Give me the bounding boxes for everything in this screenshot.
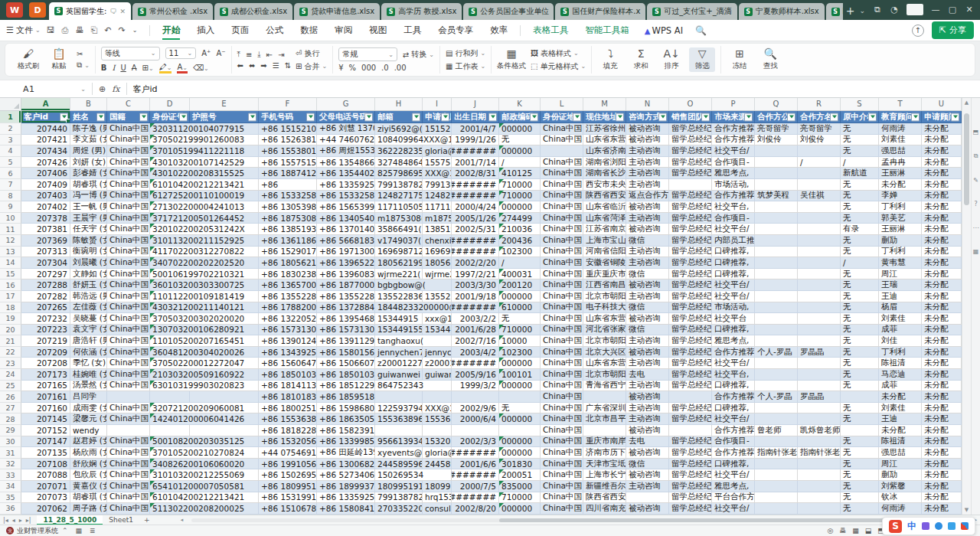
cell-P35[interactable]: 平台合作方 (712, 492, 755, 504)
cell-J26[interactable] (452, 391, 499, 403)
cell-H10[interactable]: m1875308( (375, 213, 423, 224)
file-tab-7[interactable]: S可过_支付宝+_滴滴 (647, 3, 737, 20)
cell-B30[interactable]: 赵君婷 (女 (70, 436, 107, 448)
cell-B23[interactable]: 季忆 (女) (70, 358, 107, 369)
cell-M31[interactable]: 济南市历下 (583, 447, 626, 459)
row-number-14[interactable]: 14 (0, 257, 21, 269)
cell-B27[interactable]: 成雨雯 (女 (70, 403, 107, 414)
cell-T25[interactable]: 成菲 (879, 381, 922, 392)
cell-O21[interactable]: 留学总经纪 (669, 335, 712, 347)
cell-A23[interactable]: 207208 (21, 358, 70, 369)
header-cell-T[interactable]: 教育顾问 (879, 111, 922, 123)
column-letter-B[interactable]: B (70, 98, 107, 110)
cell-S13[interactable]: 无 (841, 247, 879, 258)
cell-R21[interactable] (798, 335, 841, 347)
cell-H18[interactable]: 18448233200000@qq( (375, 302, 452, 314)
ime-mic-icon[interactable] (935, 522, 942, 530)
column-letter-N[interactable]: N (626, 98, 669, 110)
cell-G16[interactable]: +86 1877000215 (317, 279, 375, 291)
cell-H16[interactable]: bgbgbow@( (375, 279, 452, 291)
cell-T21[interactable]: 刘佳 (879, 335, 922, 347)
cell-N18[interactable]: 微信 (626, 302, 669, 314)
cell-M18[interactable]: 电子科技大 (583, 302, 626, 314)
cell-U17[interactable]: 未分配 (922, 291, 962, 302)
row-number-2[interactable]: 2 (0, 123, 21, 135)
cell-M3[interactable]: 山东省东营 (583, 135, 626, 146)
cell-L26[interactable]: China中国 (541, 391, 583, 403)
align-bottom-button[interactable]: ⤓ (257, 50, 260, 59)
cell-G27[interactable]: +86 1598680231 (317, 403, 375, 414)
vertical-scroll-thumb[interactable] (964, 113, 969, 205)
cell-N9[interactable]: 被动咨询 (626, 201, 669, 213)
menu-item-数据[interactable]: 数据 (292, 21, 325, 39)
formula-input[interactable]: 客户id (127, 83, 158, 95)
cell-B10[interactable]: 王晨宇 (男 (70, 213, 107, 224)
cell-U12[interactable]: 未分配 (922, 235, 962, 247)
cell-T27[interactable]: 刘素佳 (879, 403, 922, 414)
cell-S4[interactable]: 无 (841, 145, 879, 157)
cell-H23[interactable]: z20001227 (375, 358, 423, 369)
cell-K8[interactable]: 710000 (499, 191, 541, 202)
cell-Q36[interactable] (755, 503, 798, 515)
cell-F4[interactable]: +86 15538019 (259, 145, 317, 157)
cell-I9[interactable]: 117110505 (423, 201, 452, 213)
cell-N30[interactable]: 去电 (626, 436, 669, 448)
cell-F34[interactable]: +86 18099519 (259, 481, 317, 492)
cell-P8[interactable]: 合作方推荐 (712, 191, 755, 202)
row-number-30[interactable]: 30 (0, 436, 21, 448)
cell-C28[interactable]: China中国 (107, 413, 150, 425)
row-number-17[interactable]: 17 (0, 291, 21, 302)
ime-toolbox-icon[interactable] (961, 522, 969, 530)
align-right-button[interactable]: ➡ (260, 61, 266, 70)
cell-F35[interactable]: +86 15319918 (259, 492, 317, 504)
cell-T9[interactable]: 丁利利 (879, 201, 922, 213)
cell-C27[interactable]: China中国 (107, 403, 150, 414)
cell-T31[interactable]: 强思喆 (879, 447, 922, 459)
row-number-29[interactable]: 29 (0, 425, 21, 436)
cell-G20[interactable]: +86 1573130169 (317, 325, 375, 336)
cell-T2[interactable]: 何雨涛 (879, 123, 922, 135)
cut-button[interactable]: ✂ (77, 50, 90, 58)
font-increase-button[interactable]: A⁺ (201, 49, 211, 57)
cell-F8[interactable]: +86 15332585 (259, 191, 317, 202)
cell-R3[interactable]: 刘俊伶 (798, 135, 841, 146)
cell-G11[interactable]: +86 1370140494 (317, 224, 375, 235)
cell-E29[interactable] (190, 425, 259, 436)
cell-S35[interactable]: 无 (841, 492, 879, 504)
wps-logo-icon[interactable]: W (6, 2, 23, 18)
cell-B36[interactable]: 周子路 (女 (70, 503, 107, 515)
cell-F10[interactable]: +86 18753080 (259, 213, 317, 224)
cell-U13[interactable]: 未分配 (922, 247, 962, 258)
cell-S12[interactable]: 无 (841, 235, 879, 247)
cell-R7[interactable] (798, 179, 841, 191)
cell-R13[interactable] (798, 247, 841, 258)
cell-D3[interactable]: 370502199901260083 (150, 135, 259, 146)
column-letter-C[interactable]: C (107, 98, 150, 110)
cell-R5[interactable]: / (798, 157, 841, 168)
cell-M27[interactable]: 广东省深圳 (583, 403, 626, 414)
cell-A17[interactable]: 207282 (21, 291, 70, 302)
cell-R25[interactable] (798, 381, 841, 392)
cell-M17[interactable]: 北京市朝阳 (583, 291, 626, 302)
cell-T28[interactable]: 王迪 (879, 413, 922, 425)
cell-O9[interactable]: 留学总经纪 (669, 201, 712, 213)
cell-H22[interactable]: jennychen7 (375, 347, 423, 358)
cell-A19[interactable]: 207232 (21, 313, 70, 325)
cell-T18[interactable]: 杨眉 (879, 302, 922, 314)
column-letter-O[interactable]: O (669, 98, 712, 110)
filter-button[interactable]: ▽筛选 (689, 47, 715, 72)
cell-S18[interactable]: 无 (841, 302, 879, 314)
cell-O23[interactable]: 留学总经纪 (669, 358, 712, 369)
row-number-10[interactable]: 10 (0, 213, 21, 224)
cell-A18[interactable]: 207265 (21, 302, 70, 314)
cell-G7[interactable]: +86 1335925706 (317, 179, 375, 191)
cell-O17[interactable]: 留学总经纪 (669, 291, 712, 302)
cell-R33[interactable] (798, 469, 841, 481)
cell-S31[interactable]: 无 (841, 447, 879, 459)
maximize-button[interactable]: ▢ (948, 5, 957, 15)
cell-M21[interactable]: 北京市朝阳 (583, 335, 626, 347)
cell-F11[interactable]: +86 13851932 (259, 224, 317, 235)
cell-C25[interactable]: China中国 (107, 381, 150, 392)
cell-J16[interactable]: 2003/3/30 (452, 279, 499, 291)
cell-R30[interactable] (798, 436, 841, 448)
